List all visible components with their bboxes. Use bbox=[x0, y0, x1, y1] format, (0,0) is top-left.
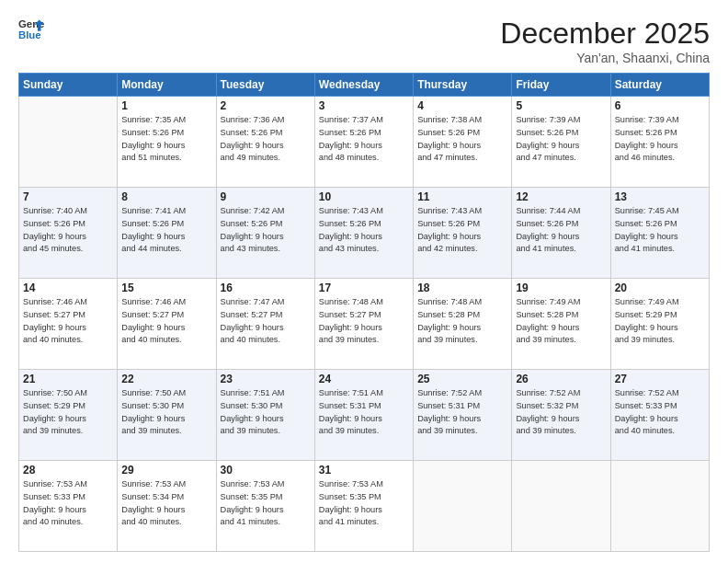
day-info: Sunrise: 7:44 AM Sunset: 5:26 PM Dayligh… bbox=[516, 205, 606, 256]
day-number: 25 bbox=[417, 373, 507, 385]
calendar-week-1: 1Sunrise: 7:35 AM Sunset: 5:26 PM Daylig… bbox=[19, 97, 710, 188]
page: General Blue December 2025 Yan'an, Shaan… bbox=[0, 0, 728, 563]
col-header-wednesday: Wednesday bbox=[314, 74, 413, 97]
logo-icon: General Blue bbox=[18, 17, 44, 42]
calendar-cell: 31Sunrise: 7:53 AM Sunset: 5:35 PM Dayli… bbox=[314, 461, 413, 552]
day-number: 30 bbox=[221, 464, 311, 477]
calendar-cell: 21Sunrise: 7:50 AM Sunset: 5:29 PM Dayli… bbox=[19, 370, 118, 461]
day-info: Sunrise: 7:40 AM Sunset: 5:26 PM Dayligh… bbox=[23, 205, 113, 256]
calendar-cell: 23Sunrise: 7:51 AM Sunset: 5:30 PM Dayli… bbox=[216, 370, 314, 461]
calendar-week-3: 14Sunrise: 7:46 AM Sunset: 5:27 PM Dayli… bbox=[19, 279, 710, 370]
day-info: Sunrise: 7:49 AM Sunset: 5:28 PM Dayligh… bbox=[516, 296, 606, 347]
calendar-table: SundayMondayTuesdayWednesdayThursdayFrid… bbox=[18, 73, 710, 552]
calendar-cell: 25Sunrise: 7:52 AM Sunset: 5:31 PM Dayli… bbox=[414, 370, 512, 461]
calendar-cell: 22Sunrise: 7:50 AM Sunset: 5:30 PM Dayli… bbox=[118, 370, 216, 461]
day-number: 15 bbox=[121, 282, 211, 294]
calendar-cell: 4Sunrise: 7:38 AM Sunset: 5:26 PM Daylig… bbox=[414, 97, 512, 188]
day-number: 14 bbox=[23, 282, 113, 294]
day-number: 4 bbox=[417, 99, 507, 112]
calendar-cell: 12Sunrise: 7:44 AM Sunset: 5:26 PM Dayli… bbox=[512, 188, 610, 279]
day-info: Sunrise: 7:53 AM Sunset: 5:35 PM Dayligh… bbox=[221, 478, 311, 529]
calendar-cell: 6Sunrise: 7:39 AM Sunset: 5:26 PM Daylig… bbox=[610, 97, 709, 188]
calendar-cell: 16Sunrise: 7:47 AM Sunset: 5:27 PM Dayli… bbox=[216, 279, 314, 370]
day-info: Sunrise: 7:48 AM Sunset: 5:28 PM Dayligh… bbox=[417, 296, 507, 347]
calendar-cell: 2Sunrise: 7:36 AM Sunset: 5:26 PM Daylig… bbox=[216, 97, 314, 188]
day-number: 5 bbox=[516, 99, 606, 112]
day-info: Sunrise: 7:53 AM Sunset: 5:35 PM Dayligh… bbox=[319, 478, 409, 529]
day-info: Sunrise: 7:52 AM Sunset: 5:32 PM Dayligh… bbox=[516, 387, 606, 438]
calendar-cell: 14Sunrise: 7:46 AM Sunset: 5:27 PM Dayli… bbox=[19, 279, 118, 370]
col-header-sunday: Sunday bbox=[19, 74, 118, 97]
calendar-cell: 13Sunrise: 7:45 AM Sunset: 5:26 PM Dayli… bbox=[610, 188, 709, 279]
calendar-cell: 1Sunrise: 7:35 AM Sunset: 5:26 PM Daylig… bbox=[118, 97, 216, 188]
calendar-cell: 24Sunrise: 7:51 AM Sunset: 5:31 PM Dayli… bbox=[314, 370, 413, 461]
day-number: 7 bbox=[23, 190, 113, 203]
calendar-cell: 5Sunrise: 7:39 AM Sunset: 5:26 PM Daylig… bbox=[512, 97, 610, 188]
calendar-cell bbox=[610, 461, 709, 552]
calendar-cell: 19Sunrise: 7:49 AM Sunset: 5:28 PM Dayli… bbox=[512, 279, 610, 370]
day-info: Sunrise: 7:46 AM Sunset: 5:27 PM Dayligh… bbox=[121, 296, 211, 347]
calendar-cell: 15Sunrise: 7:46 AM Sunset: 5:27 PM Dayli… bbox=[118, 279, 216, 370]
day-info: Sunrise: 7:51 AM Sunset: 5:30 PM Dayligh… bbox=[221, 387, 311, 438]
calendar-cell bbox=[414, 461, 512, 552]
day-info: Sunrise: 7:53 AM Sunset: 5:34 PM Dayligh… bbox=[121, 478, 211, 529]
day-number: 24 bbox=[319, 373, 409, 385]
day-number: 2 bbox=[221, 99, 311, 112]
calendar-week-2: 7Sunrise: 7:40 AM Sunset: 5:26 PM Daylig… bbox=[19, 188, 710, 279]
calendar-cell: 28Sunrise: 7:53 AM Sunset: 5:33 PM Dayli… bbox=[19, 461, 118, 552]
day-info: Sunrise: 7:48 AM Sunset: 5:27 PM Dayligh… bbox=[319, 296, 409, 347]
day-number: 28 bbox=[23, 464, 113, 477]
calendar-cell: 7Sunrise: 7:40 AM Sunset: 5:26 PM Daylig… bbox=[19, 188, 118, 279]
day-info: Sunrise: 7:39 AM Sunset: 5:26 PM Dayligh… bbox=[615, 114, 705, 165]
calendar-week-4: 21Sunrise: 7:50 AM Sunset: 5:29 PM Dayli… bbox=[19, 370, 710, 461]
day-number: 6 bbox=[615, 99, 705, 112]
col-header-saturday: Saturday bbox=[610, 74, 709, 97]
day-info: Sunrise: 7:52 AM Sunset: 5:33 PM Dayligh… bbox=[615, 387, 705, 438]
day-number: 27 bbox=[615, 373, 705, 385]
calendar-cell: 27Sunrise: 7:52 AM Sunset: 5:33 PM Dayli… bbox=[610, 370, 709, 461]
month-title: December 2025 bbox=[500, 17, 710, 51]
calendar-cell: 29Sunrise: 7:53 AM Sunset: 5:34 PM Dayli… bbox=[118, 461, 216, 552]
day-number: 12 bbox=[516, 190, 606, 203]
day-number: 23 bbox=[221, 373, 311, 385]
day-number: 17 bbox=[319, 282, 409, 294]
calendar-cell bbox=[19, 97, 118, 188]
day-info: Sunrise: 7:43 AM Sunset: 5:26 PM Dayligh… bbox=[319, 205, 409, 256]
calendar-cell: 18Sunrise: 7:48 AM Sunset: 5:28 PM Dayli… bbox=[414, 279, 512, 370]
day-info: Sunrise: 7:45 AM Sunset: 5:26 PM Dayligh… bbox=[615, 205, 705, 256]
day-number: 10 bbox=[319, 190, 409, 203]
day-number: 18 bbox=[417, 282, 507, 294]
day-number: 26 bbox=[516, 373, 606, 385]
day-info: Sunrise: 7:51 AM Sunset: 5:31 PM Dayligh… bbox=[319, 387, 409, 438]
location: Yan'an, Shaanxi, China bbox=[500, 51, 710, 65]
calendar-cell bbox=[512, 461, 610, 552]
col-header-thursday: Thursday bbox=[414, 74, 512, 97]
day-number: 19 bbox=[516, 282, 606, 294]
day-info: Sunrise: 7:37 AM Sunset: 5:26 PM Dayligh… bbox=[319, 114, 409, 165]
col-header-tuesday: Tuesday bbox=[216, 74, 314, 97]
calendar-week-5: 28Sunrise: 7:53 AM Sunset: 5:33 PM Dayli… bbox=[19, 461, 710, 552]
day-info: Sunrise: 7:49 AM Sunset: 5:29 PM Dayligh… bbox=[615, 296, 705, 347]
calendar-cell: 11Sunrise: 7:43 AM Sunset: 5:26 PM Dayli… bbox=[414, 188, 512, 279]
day-number: 1 bbox=[121, 99, 211, 112]
day-number: 21 bbox=[23, 373, 113, 385]
day-number: 22 bbox=[121, 373, 211, 385]
day-info: Sunrise: 7:38 AM Sunset: 5:26 PM Dayligh… bbox=[417, 114, 507, 165]
day-number: 11 bbox=[417, 190, 507, 203]
calendar-cell: 9Sunrise: 7:42 AM Sunset: 5:26 PM Daylig… bbox=[216, 188, 314, 279]
calendar-cell: 10Sunrise: 7:43 AM Sunset: 5:26 PM Dayli… bbox=[314, 188, 413, 279]
day-number: 13 bbox=[615, 190, 705, 203]
day-info: Sunrise: 7:35 AM Sunset: 5:26 PM Dayligh… bbox=[121, 114, 211, 165]
day-info: Sunrise: 7:42 AM Sunset: 5:26 PM Dayligh… bbox=[221, 205, 311, 256]
logo: General Blue bbox=[18, 17, 44, 42]
day-number: 31 bbox=[319, 464, 409, 477]
header: General Blue December 2025 Yan'an, Shaan… bbox=[18, 17, 710, 65]
day-info: Sunrise: 7:43 AM Sunset: 5:26 PM Dayligh… bbox=[417, 205, 507, 256]
day-info: Sunrise: 7:39 AM Sunset: 5:26 PM Dayligh… bbox=[516, 114, 606, 165]
day-info: Sunrise: 7:50 AM Sunset: 5:30 PM Dayligh… bbox=[121, 387, 211, 438]
svg-text:Blue: Blue bbox=[18, 29, 41, 40]
col-header-friday: Friday bbox=[512, 74, 610, 97]
day-number: 8 bbox=[121, 190, 211, 203]
day-info: Sunrise: 7:53 AM Sunset: 5:33 PM Dayligh… bbox=[23, 478, 113, 529]
calendar-cell: 26Sunrise: 7:52 AM Sunset: 5:32 PM Dayli… bbox=[512, 370, 610, 461]
